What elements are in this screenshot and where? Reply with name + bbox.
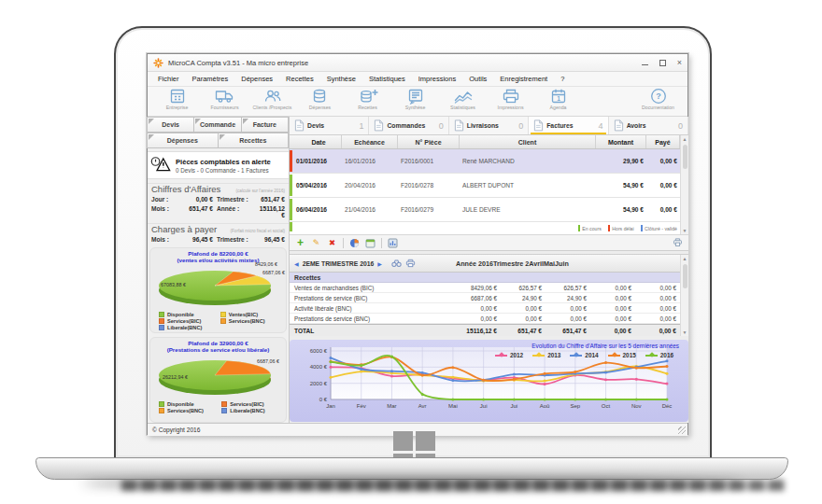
export-icon[interactable]	[388, 238, 398, 248]
pie-slice-label: 6687,06 €	[257, 358, 279, 364]
period-column-mai[interactable]: Mai	[544, 259, 555, 268]
tab-label: Commandes	[387, 122, 425, 129]
menu-item-recettes[interactable]: Recettes	[279, 73, 320, 85]
stat-row: Mois :96,45 €Trimestre :96,45 €	[148, 234, 289, 244]
sidebar-tab-facture[interactable]: Facture	[241, 117, 289, 133]
sidebar-tab-d-penses[interactable]: Dépenses	[147, 133, 219, 148]
period-row[interactable]: Ventes de marchandises (BIC)8429,06 €626…	[290, 283, 688, 293]
status-legend-mark	[641, 225, 644, 231]
total-value: 0,00 €	[635, 328, 680, 334]
menu-item-item[interactable]: ?	[554, 73, 571, 85]
sidebar-tab-devis[interactable]: Devis	[147, 117, 194, 133]
invoice-row[interactable]: 06/04/201621/04/2016F2016/0279JULE DEVRE…	[290, 198, 688, 222]
svg-text:Jui: Jui	[480, 403, 488, 409]
maximize-button[interactable]	[659, 60, 666, 66]
period-column-ann-e-2016[interactable]: Année 2016	[456, 259, 493, 268]
menu-item-statistiques[interactable]: Statistiques	[362, 73, 412, 85]
toolbar-label: Agenda	[550, 105, 567, 110]
print-period-icon[interactable]	[405, 259, 416, 269]
calendar-small-icon[interactable]	[365, 238, 376, 248]
menu-item-outils[interactable]: Outils	[462, 73, 493, 85]
period-value: 0,00 €	[456, 315, 501, 322]
coins-plus-icon	[357, 88, 379, 105]
sidebar-tab-commande[interactable]: Commande	[193, 117, 241, 133]
toolbar-clients-prospects[interactable]: Clients /Prospects	[248, 88, 296, 110]
tab-livraisons[interactable]: Livraisons0	[449, 117, 529, 134]
edit-icon[interactable]: ✎	[311, 238, 321, 248]
invoice-row[interactable]: 05/04/201620/04/2016F2016/0278ALBERT DUP…	[290, 174, 688, 198]
separator	[381, 238, 382, 248]
sales-ceiling-pie-chart: 8429,06 €6687,06 €67083,88 €	[153, 264, 285, 311]
alert-subtitle: 0 Devis - 0 Commande - 1 Factures	[176, 167, 271, 174]
sidebar-tabs-row1: DevisCommandeFacture	[148, 117, 289, 133]
stat-label: Jour :	[151, 196, 176, 203]
alert-panel[interactable]: Pièces comptables en alerte 0 Devis - 0 …	[148, 151, 289, 179]
menu-item-enregistrement[interactable]: Enregistrement	[493, 73, 554, 85]
add-icon[interactable]: +	[295, 238, 305, 248]
pie-circle-icon[interactable]	[349, 238, 360, 248]
legend-item-ventes-bic: Ventes(BIC)	[220, 312, 277, 318]
period-column-juin[interactable]: Juin	[555, 259, 569, 268]
menu-item-d-penses[interactable]: Dépenses	[234, 73, 279, 85]
app-window: MicroCA Compta v3.51 - Ma micro entrepri…	[147, 53, 688, 435]
column-header-montant[interactable]: Montant	[596, 135, 646, 148]
toolbar-documentation[interactable]: ?Documentation	[634, 88, 682, 110]
column-header-pay[interactable]: Payé	[646, 135, 680, 148]
coins-icon	[309, 88, 332, 105]
column-header-date[interactable]: Date	[290, 135, 342, 148]
tab-commandes[interactable]: Commandes0	[369, 117, 448, 134]
previous-period-button[interactable]: ◀	[294, 260, 299, 267]
print-small-icon[interactable]	[673, 238, 683, 248]
title-bar: MicroCA Compta v3.51 - Ma micro entrepri…	[148, 54, 687, 72]
column-header-n-pi-ce[interactable]: N° Pièce	[398, 135, 460, 148]
chart-legend-label: 2016	[660, 352, 673, 358]
tab-devis[interactable]: Devis1	[290, 117, 369, 134]
status-legend-label: Hors délai	[612, 226, 633, 231]
period-column-avril[interactable]: Avril	[529, 259, 544, 268]
minimize-button[interactable]	[642, 61, 648, 65]
menu-item-synth-se[interactable]: Synthèse	[320, 73, 362, 85]
sidebar-tab-recettes[interactable]: Recettes	[218, 133, 290, 148]
alert-title: Pièces comptables en alerte	[176, 158, 271, 166]
period-row[interactable]: Prestations de service (BNC)0,00 €0,00 €…	[290, 314, 688, 324]
tab-label: Livraisons	[467, 122, 499, 129]
toolbar-entreprise[interactable]: Entreprise	[153, 88, 201, 110]
period-column-trimestre-2[interactable]: Trimestre 2	[493, 259, 529, 268]
invoice-row[interactable]: 01/01/201616/01/2016F2016/0001René MARCH…	[290, 149, 688, 174]
legend-label: Services(BIC)	[230, 401, 263, 407]
toolbar-statistiques[interactable]: Statistiques	[439, 88, 487, 110]
toolbar-d-penses[interactable]: Dépenses	[296, 88, 344, 110]
toolbar-impressions[interactable]: Impressions	[487, 88, 534, 110]
toolbar-agenda[interactable]: 1Agenda	[534, 88, 582, 110]
next-period-button[interactable]: ▶	[377, 260, 382, 267]
column-header-client[interactable]: Client	[460, 135, 596, 148]
cell-montant: 54,90 €	[596, 206, 646, 213]
stat-label: Trimestre :	[217, 196, 256, 203]
period-row[interactable]: Activité libérale (BNC)0,00 €0,00 €0,00 …	[290, 303, 688, 314]
menu-item-param-tres[interactable]: Paramètres	[186, 73, 235, 85]
toolbar-synth-se[interactable]: Synthèse	[391, 88, 439, 110]
delete-icon[interactable]: ✖	[327, 238, 337, 248]
menu-item-fichier[interactable]: Fichier	[151, 73, 186, 85]
toolbar-recettes[interactable]: Recettes	[344, 88, 391, 110]
period-row[interactable]: Prestations de service (BIC)6687,06 €24,…	[290, 293, 688, 303]
period-scrollbar[interactable]: ▲▼	[680, 255, 688, 336]
invoices-scrollbar[interactable]: ▲▼	[680, 135, 688, 234]
status-legend: En coursHors délaiClôturé - validé	[578, 225, 677, 231]
column-header-ech-ance[interactable]: Echéance	[342, 135, 398, 148]
tab-factures[interactable]: Factures4	[529, 117, 608, 134]
period-value: 0,00 €	[635, 295, 680, 301]
stat-value: 0,00 €	[176, 196, 213, 203]
stat-label: Mois :	[151, 236, 176, 243]
close-button[interactable]: ×	[677, 59, 682, 67]
total-value: 0,00 €	[590, 328, 635, 334]
search-binoculars-icon[interactable]	[391, 259, 402, 269]
document-icon	[614, 119, 624, 132]
tab-avoirs[interactable]: Avoirs0	[609, 117, 688, 134]
chart-legend-2012: 2012	[495, 352, 523, 358]
cell-date: 05/04/2016	[290, 182, 342, 189]
toolbar-fournisseurs[interactable]: Fournisseurs	[201, 88, 248, 110]
legend-chip	[221, 401, 227, 407]
menu-item-impressions[interactable]: Impressions	[412, 73, 462, 85]
period-value: 626,57 €	[501, 285, 546, 291]
